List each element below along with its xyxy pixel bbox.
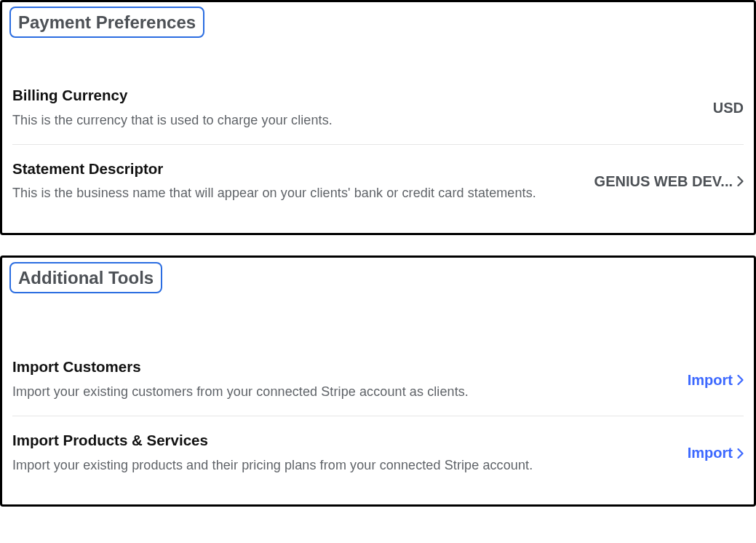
- billing-currency-row: Billing Currency This is the currency th…: [12, 71, 744, 144]
- import-products-desc: Import your existing products and their …: [12, 456, 670, 476]
- payment-preferences-panel: Payment Preferences Billing Currency Thi…: [0, 0, 756, 235]
- chevron-right-icon: [737, 375, 744, 385]
- billing-currency-value: USD: [713, 100, 744, 116]
- statement-descriptor-title: Statement Descriptor: [12, 159, 577, 178]
- panel-title: Payment Preferences: [9, 7, 204, 38]
- row-right: USD: [713, 100, 744, 116]
- billing-currency-title: Billing Currency: [12, 86, 696, 105]
- rows-container: Billing Currency This is the currency th…: [12, 71, 744, 217]
- import-products-title: Import Products & Services: [12, 431, 670, 450]
- additional-tools-panel: Additional Tools Import Customers Import…: [0, 255, 756, 507]
- import-customers-title: Import Customers: [12, 357, 670, 376]
- statement-descriptor-value: GENIUS WEB DEV...: [594, 173, 733, 190]
- row-left: Import Customers Import your existing cu…: [12, 357, 670, 403]
- import-label: Import: [688, 372, 733, 389]
- row-left: Import Products & Services Import your e…: [12, 431, 670, 476]
- import-label: Import: [688, 445, 733, 461]
- rows-container: Import Customers Import your existing cu…: [12, 343, 744, 488]
- row-left: Billing Currency This is the currency th…: [12, 86, 696, 131]
- statement-descriptor-row: Statement Descriptor This is the busines…: [12, 144, 744, 218]
- chevron-right-icon: [737, 176, 744, 186]
- billing-currency-desc: This is the currency that is used to cha…: [12, 111, 696, 131]
- statement-descriptor-desc: This is the business name that will appe…: [12, 183, 577, 204]
- row-left: Statement Descriptor This is the busines…: [12, 159, 577, 205]
- import-customers-button[interactable]: Import: [688, 372, 744, 389]
- panel-title: Additional Tools: [9, 262, 162, 293]
- chevron-right-icon: [737, 448, 744, 459]
- statement-descriptor-button[interactable]: GENIUS WEB DEV...: [594, 173, 744, 190]
- import-products-row: Import Products & Services Import your e…: [12, 416, 744, 489]
- import-customers-row: Import Customers Import your existing cu…: [12, 343, 744, 416]
- import-customers-desc: Import your existing customers from your…: [12, 382, 670, 403]
- import-products-button[interactable]: Import: [688, 445, 744, 461]
